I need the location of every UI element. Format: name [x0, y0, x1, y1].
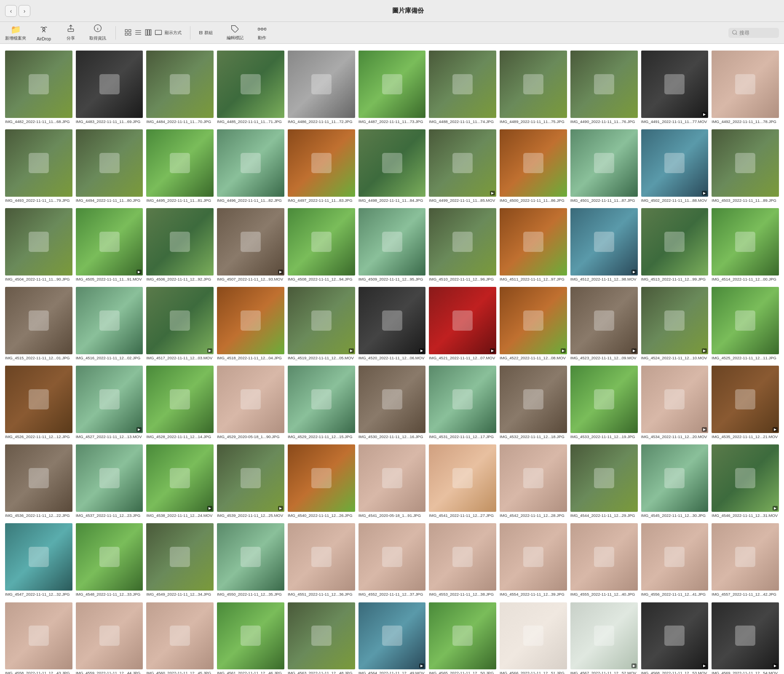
list-item[interactable]: IMG_4553_2022-11-11_12...38.JPG	[427, 522, 498, 600]
list-item[interactable]: ▶ IMG_4523_2022-11-11_12...09.MOV	[569, 285, 640, 364]
list-item[interactable]: IMG_4514_2022-11-11_12...00.JPG	[710, 206, 781, 285]
list-item[interactable]: IMG_4485_2022-11-11_11...71.JPG	[215, 49, 286, 128]
list-item[interactable]: IMG_4540_2022-11-11_12...26.JPG	[286, 443, 357, 522]
list-item[interactable]: ▶ IMG_4499_2022-11-11_11...85.MOV	[427, 128, 498, 206]
list-item[interactable]: IMG_4508_2022-11-11_12...94.JPG	[286, 206, 357, 285]
list-item[interactable]: ▶ IMG_4519_2022-11-11_12...05.MOV	[286, 285, 357, 364]
list-item[interactable]: IMG_4531_2022-11-11_12...17.JPG	[427, 364, 498, 443]
list-item[interactable]: ▶ IMG_4512_2022-11-11_12...98.MOV	[569, 206, 640, 285]
list-item[interactable]: ▶ IMG_4517_2022-11-11_12...03.MOV	[144, 285, 215, 364]
list-item[interactable]: IMG_4513_2022-11-11_12...99.JPG	[640, 206, 710, 285]
list-item[interactable]: IMG_4518_2022-11-11_12...04.JPG	[215, 285, 286, 364]
list-item[interactable]: IMG_4557_2022-11-11_12...42.JPG	[710, 522, 781, 600]
list-item[interactable]: IMG_4563_2022-11-11_12...48.JPG	[286, 601, 357, 674]
list-item[interactable]: IMG_4488_2022-11-11_11...74.JPG	[427, 49, 498, 128]
list-item[interactable]: IMG_4560_2022-11-11_12...45.JPG	[144, 601, 215, 674]
list-item[interactable]: IMG_4552_2022-11-11_12...37.JPG	[357, 522, 428, 600]
list-item[interactable]: IMG_4551_2022-11-11_12...36.JPG	[286, 522, 357, 600]
list-item[interactable]: IMG_4510_2022-11-11_12...96.JPG	[427, 206, 498, 285]
list-item[interactable]: ▶ IMG_4505_2022-11-11_11...91.MOV	[74, 206, 145, 285]
list-item[interactable]: ▶ IMG_4521_2022-11-11_12...07.MOV	[427, 285, 498, 364]
list-item[interactable]: IMG_4500_2022-11-11_11...86.JPG	[498, 128, 569, 206]
list-item[interactable]: ▶ IMG_4564_2022-11-11_12...49.MOV	[357, 601, 428, 674]
list-item[interactable]: IMG_4548_2022-11-11_12...33.JPG	[74, 522, 145, 600]
list-item[interactable]: IMG_4498_2022-11-11_11...84.JPG	[357, 128, 428, 206]
list-item[interactable]: ▶ IMG_4524_2022-11-11_12...10.MOV	[640, 285, 710, 364]
list-item[interactable]: IMG_4559_2022-11-11_12...44.JPG	[74, 601, 145, 674]
list-item[interactable]: IMG_4536_2022-11-11_12...22.JPG	[3, 443, 74, 522]
list-item[interactable]: IMG_4484_2022-11-11_11...70.JPG	[144, 49, 215, 128]
list-item[interactable]: IMG_4529_2020-05-18_1...90.JPG	[215, 364, 286, 443]
search-box[interactable]	[728, 28, 779, 38]
list-item[interactable]: ▶ IMG_4568_2022-11-11_12...53.MOV	[640, 601, 710, 674]
list-item[interactable]: IMG_4547_2022-11-11_12...32.JPG	[3, 522, 74, 600]
list-item[interactable]: IMG_4506_2022-11-11_12...92.JPG	[144, 206, 215, 285]
list-item[interactable]: IMG_4566_2022-11-11_12...51.JPG	[498, 601, 569, 674]
list-item[interactable]: IMG_4516_2022-11-11_12...02.JPG	[74, 285, 145, 364]
list-item[interactable]: IMG_4544_2022-11-11_12...29.JPG	[569, 443, 640, 522]
list-item[interactable]: IMG_4482_2022-11-11_11...68.JPG	[3, 49, 74, 128]
list-item[interactable]: IMG_4483_2022-11-11_11...69.JPG	[74, 49, 145, 128]
list-item[interactable]: IMG_4532_2022-11-11_12...18.JPG	[498, 364, 569, 443]
back-button[interactable]: ‹	[5, 5, 17, 17]
list-item[interactable]: IMG_4493_2022-11-11_11...79.JPG	[3, 128, 74, 206]
list-item[interactable]: IMG_4486_2022-11-11_11...72.JPG	[286, 49, 357, 128]
list-item[interactable]: ▶ IMG_4527_2022-11-11_12...13.MOV	[74, 364, 145, 443]
list-item[interactable]: IMG_4550_2022-11-11_12...35.JPG	[215, 522, 286, 600]
list-item[interactable]: IMG_4556_2022-11-11_12...41.JPG	[640, 522, 710, 600]
list-item[interactable]: ▶ IMG_4535_2022-11-11_12...21.MOV	[710, 364, 781, 443]
view-mode-button[interactable]: 顯示方式	[124, 29, 182, 37]
list-item[interactable]: IMG_4541_2022-11-11_12...27.JPG	[427, 443, 498, 522]
get-info-button[interactable]: 取得資訊	[88, 24, 107, 41]
list-item[interactable]: ▶ IMG_4538_2022-11-11_12...24.MOV	[144, 443, 215, 522]
list-item[interactable]: ▶ IMG_4567_2022-11-11_12...52.MOV	[569, 601, 640, 674]
list-item[interactable]: ▶ IMG_4539_2022-11-11_12...25.MOV	[215, 443, 286, 522]
list-item[interactable]: ▶ IMG_4520_2022-11-11_12...06.MOV	[357, 285, 428, 364]
list-item[interactable]: ▶ IMG_4534_2022-11-11_12...20.MOV	[640, 364, 710, 443]
list-item[interactable]: IMG_4487_2022-11-11_11...73.JPG	[357, 49, 428, 128]
list-item[interactable]: IMG_4525_2022-11-11_12...11.JPG	[710, 285, 781, 364]
list-item[interactable]: IMG_4561_2022-11-11_12...46.JPG	[215, 601, 286, 674]
list-item[interactable]: IMG_4526_2022-11-11_12...12.JPG	[3, 364, 74, 443]
list-item[interactable]: IMG_4555_2022-11-11_12...40.JPG	[569, 522, 640, 600]
list-item[interactable]: IMG_4495_2022-11-11_11...81.JPG	[144, 128, 215, 206]
list-item[interactable]: IMG_4533_2022-11-11_12...19.JPG	[569, 364, 640, 443]
list-item[interactable]: IMG_4490_2022-11-11_11...76.JPG	[569, 49, 640, 128]
group-button[interactable]: ⊟ 群組	[199, 30, 217, 36]
actions-button[interactable]: 動作	[253, 25, 271, 41]
list-item[interactable]: ▶ IMG_4491_2022-11-11_11...77.MOV	[640, 49, 710, 128]
list-item[interactable]: IMG_4542_2022-11-11_12...28.JPG	[498, 443, 569, 522]
list-item[interactable]: IMG_4492_2022-11-11_11...78.JPG	[710, 49, 781, 128]
list-item[interactable]: IMG_4515_2022-11-11_12...01.JPG	[3, 285, 74, 364]
forward-button[interactable]: ›	[19, 5, 30, 17]
list-item[interactable]: IMG_4549_2022-11-11_12...34.JPG	[144, 522, 215, 600]
list-item[interactable]: IMG_4509_2022-11-11_12...95.JPG	[357, 206, 428, 285]
list-item[interactable]: IMG_4545_2022-11-11_12...30.JPG	[640, 443, 710, 522]
airdrop-button[interactable]: AirDrop	[35, 24, 53, 41]
list-item[interactable]: IMG_4501_2022-11-11_11...87.JPG	[569, 128, 640, 206]
list-item[interactable]: IMG_4496_2022-11-11_11...82.JPG	[215, 128, 286, 206]
list-item[interactable]: IMG_4558_2022-11-11_12...43.JPG	[3, 601, 74, 674]
list-item[interactable]: IMG_4565_2022-11-11_12...50.JPG	[427, 601, 498, 674]
list-item[interactable]: IMG_4504_2022-11-11_11...90.JPG	[3, 206, 74, 285]
list-item[interactable]: IMG_4529_2022-11-11_12...15.JPG	[286, 364, 357, 443]
list-item[interactable]: IMG_4489_2022-11-11_11...75.JPG	[498, 49, 569, 128]
list-item[interactable]: IMG_4494_2022-11-11_11...80.JPG	[74, 128, 145, 206]
list-item[interactable]: IMG_4528_2022-11-11_12...14.JPG	[144, 364, 215, 443]
list-item[interactable]: IMG_4503_2022-11-11_11...89.JPG	[710, 128, 781, 206]
search-input[interactable]	[739, 30, 773, 36]
list-item[interactable]: ▶ IMG_4522_2022-11-11_12...08.MOV	[498, 285, 569, 364]
list-item[interactable]: ▶ IMG_4546_2022-11-11_12...31.MOV	[710, 443, 781, 522]
share-button[interactable]: 分享	[62, 24, 80, 41]
list-item[interactable]: IMG_4554_2022-11-11_12...39.JPG	[498, 522, 569, 600]
list-item[interactable]: ▶ IMG_4502_2022-11-11_11...88.MOV	[640, 128, 710, 206]
list-item[interactable]: ▶ IMG_4507_2022-11-11_12...93.MOV	[215, 206, 286, 285]
list-item[interactable]: IMG_4511_2022-11-11_12...97.JPG	[498, 206, 569, 285]
list-item[interactable]: ▶ IMG_4569_2022-11-11_12...54.MOV	[710, 601, 781, 674]
new-folder-button[interactable]: 📁 新增檔案夾	[5, 24, 26, 41]
tags-button[interactable]: 編輯標記	[226, 25, 244, 41]
list-item[interactable]: IMG_4497_2022-11-11_11...83.JPG	[286, 128, 357, 206]
list-item[interactable]: IMG_4541_2020-05-18_1...91.JPG	[357, 443, 428, 522]
list-item[interactable]: IMG_4537_2022-11-11_12...23.JPG	[74, 443, 145, 522]
list-item[interactable]: IMG_4530_2022-11-11_12...16.JPG	[357, 364, 428, 443]
